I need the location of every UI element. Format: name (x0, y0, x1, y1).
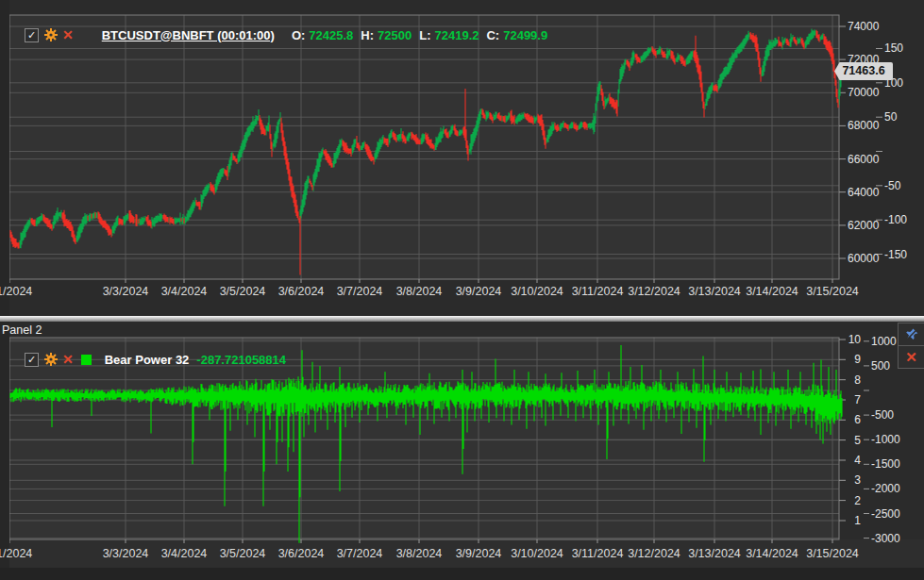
open-value: 72425.8 (309, 28, 353, 42)
secondary-axis-tick-label: -150 (884, 248, 907, 261)
series-settings-gear-icon[interactable] (44, 28, 58, 41)
indicator-settings-gear-icon[interactable] (44, 353, 58, 366)
indicator-outer-tick-label: -1000 (871, 433, 900, 446)
indicator-inner-tick-label: 9 (848, 353, 861, 366)
date-label: 3/13/2024 (688, 547, 741, 560)
date-label: 3/15/2024 (806, 547, 859, 560)
series-remove-icon[interactable]: ✕ (62, 28, 74, 41)
last-price-tag: 71463.6 (834, 62, 893, 80)
indicator-inner-tick-label: 2 (848, 494, 861, 507)
symbol-title[interactable]: BTCUSDT@BNBFT (00:01:00) (102, 28, 275, 42)
date-label: 3/14/2024 (746, 547, 798, 560)
date-label: 3/8/2024 (396, 285, 443, 298)
secondary-axis-tick-label: 150 (884, 41, 903, 55)
date-label: 3/10/2024 (511, 547, 563, 560)
indicator-outer-tick-label: -500 (871, 408, 894, 422)
indicator-outer-tick-label: -1500 (871, 457, 900, 471)
high-label: H: (361, 28, 374, 42)
date-label: 3/4/2024 (161, 285, 208, 298)
date-label: 3/12/2024 (628, 285, 680, 298)
date-label: 3/10/2024 (511, 285, 563, 298)
price-axis-tick-label: 66000 (848, 153, 879, 166)
price-axis-tick-label: 74000 (848, 20, 879, 33)
close-icon: ✕ (905, 351, 917, 364)
date-label: 3/13/2024 (688, 285, 741, 298)
open-label: O: (292, 28, 305, 42)
price-axis-tick-label: 60000 (848, 252, 879, 265)
indicator-color-swatch[interactable] (81, 355, 92, 365)
indicator-value: -287.721058814 (196, 353, 286, 367)
indicator-inner-tick-label: 4 (848, 454, 861, 467)
date-label: 3/14/2024 (746, 285, 798, 298)
pushpin-icon (904, 327, 919, 342)
indicator-inner-tick-label: 1 (848, 514, 861, 527)
date-label: 3/15/2024 (806, 285, 859, 298)
indicator-visibility-checkbox[interactable]: ✓ (25, 353, 39, 367)
indicator-inner-tick-label: 3 (848, 473, 861, 487)
date-label: 3/1/2024 (0, 547, 32, 560)
date-label: 3/6/2024 (278, 285, 325, 298)
date-label: 3/4/2024 (161, 547, 208, 560)
date-label: 3/1/2024 (0, 285, 32, 298)
date-label: 3/11/2024 (572, 547, 624, 560)
price-axis-tick-label: 68000 (848, 119, 879, 132)
indicator-name[interactable]: Bear Power 32 (105, 353, 190, 367)
date-label: 3/7/2024 (337, 547, 383, 560)
secondary-axis-tick-label: 50 (884, 110, 897, 124)
low-label: L: (419, 28, 430, 42)
indicator-outer-tick-label: 500 (871, 359, 890, 373)
price-axis-tick-label: 62000 (848, 219, 879, 232)
unpin-panel-button[interactable] (899, 323, 924, 345)
price-series-legend: ✓ ✕ BTCUSDT@BNBFT (00:01:00) O: 72425.8 … (25, 25, 547, 45)
date-label: 3/9/2024 (456, 285, 502, 298)
date-label: 3/8/2024 (396, 547, 443, 560)
indicator-inner-tick-label: 8 (848, 373, 861, 387)
close-label: C: (486, 28, 499, 42)
indicator-outer-tick-label: -2500 (871, 507, 900, 521)
secondary-axis-tick-label: -50 (884, 179, 900, 192)
date-label: 3/9/2024 (456, 547, 502, 560)
indicator-inner-tick-label: 6 (848, 413, 861, 426)
date-label: 3/3/2024 (103, 285, 149, 298)
date-label: 3/3/2024 (103, 547, 149, 560)
indicator-outer-tick-label: -2000 (871, 482, 900, 495)
close-value: 72499.9 (503, 28, 547, 42)
low-value: 72419.2 (434, 28, 479, 42)
date-label: 3/5/2024 (220, 285, 266, 298)
indicator-inner-tick-label: 7 (848, 393, 861, 406)
indicator-inner-tick-label: 5 (848, 434, 861, 447)
indicator-legend: ✓ ✕ Bear Power 32 -287.721058814 (25, 349, 286, 370)
secondary-axis-tick-label: -100 (884, 213, 907, 226)
date-label: 3/11/2024 (572, 285, 624, 298)
price-axis-tick-label: 70000 (848, 86, 879, 99)
date-label: 3/7/2024 (337, 285, 383, 298)
bottom-margin (0, 568, 924, 580)
date-label: 3/5/2024 (220, 547, 266, 560)
trading-app-window: 7400072000700006800066000640006200060000… (0, 0, 924, 580)
indicator-outer-tick-label: -3000 (871, 532, 900, 545)
indicator-outer-tick-label: 1000 (871, 335, 897, 348)
panel-splitter[interactable] (0, 316, 924, 322)
date-label: 3/12/2024 (628, 547, 680, 560)
close-panel-button[interactable]: ✕ (899, 345, 924, 368)
price-axis-tick-label: 64000 (848, 186, 879, 199)
indicator-inner-tick-label: 10 (848, 333, 861, 346)
panel2-title: Panel 2 (2, 323, 42, 337)
panel2-buttons: ✕ (898, 323, 924, 369)
series-visibility-checkbox[interactable]: ✓ (25, 28, 39, 42)
date-label: 3/6/2024 (278, 547, 325, 560)
indicator-remove-icon[interactable]: ✕ (62, 353, 74, 366)
high-value: 72500 (378, 28, 412, 42)
